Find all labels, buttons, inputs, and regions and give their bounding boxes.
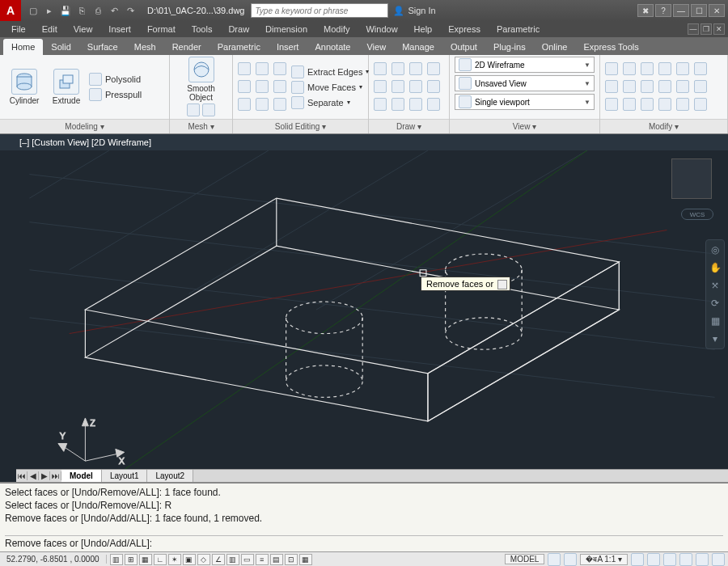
tab-annotate[interactable]: Annotate — [307, 39, 358, 55]
command-prompt[interactable]: Remove faces or [Undo/Add/ALL]: — [5, 535, 723, 549]
imprint-icon[interactable] — [273, 80, 286, 93]
quick-view-drawings-icon[interactable] — [564, 553, 577, 566]
quick-view-layouts-icon[interactable] — [548, 553, 561, 566]
circle-icon[interactable] — [409, 62, 422, 75]
panel-draw-title[interactable]: Draw ▾ — [369, 119, 449, 133]
panel-modeling-title[interactable]: Modeling ▾ — [0, 119, 169, 133]
clean-screen-icon[interactable] — [712, 553, 725, 566]
wcs-badge[interactable]: WCS — [681, 209, 713, 220]
shell-icon[interactable] — [238, 98, 251, 111]
spline-icon[interactable] — [374, 80, 387, 93]
stretch-icon[interactable] — [641, 80, 654, 93]
polysolid-button[interactable]: Polysolid — [89, 73, 142, 86]
subtract-icon[interactable] — [256, 62, 269, 75]
doc-minimize-button[interactable]: — — [688, 23, 699, 35]
qat-saveas-icon[interactable]: ⎘ — [74, 3, 89, 18]
showmotion-icon[interactable]: ▦ — [709, 315, 722, 327]
search-input[interactable] — [251, 3, 388, 18]
view-cube[interactable] — [671, 158, 712, 199]
menu-insert[interactable]: Insert — [100, 23, 139, 36]
sc-icon[interactable]: ▦ — [299, 554, 312, 565]
3darray-icon[interactable] — [676, 98, 689, 111]
model-canvas[interactable]: Z X Y — [16, 150, 728, 469]
mirror-icon[interactable] — [694, 62, 707, 75]
helix-icon[interactable] — [409, 98, 422, 111]
ellipse-icon[interactable] — [392, 80, 404, 93]
3dosnap-icon[interactable]: ◇ — [197, 554, 210, 565]
extrude-button[interactable]: Extrude — [47, 69, 86, 105]
qat-new-icon[interactable]: ▢ — [26, 3, 40, 18]
3dmirror-icon[interactable] — [658, 98, 671, 111]
menu-help[interactable]: Help — [406, 23, 441, 36]
layout-tab-layout2[interactable]: Layout2 — [147, 470, 193, 482]
coordinate-readout[interactable]: 52.2790, -6.8501 , 0.0000 — [0, 555, 107, 564]
tab-last-icon[interactable]: ⏭ — [50, 471, 61, 480]
tab-next-icon[interactable]: ▶ — [39, 471, 50, 480]
interfere-icon[interactable] — [694, 98, 707, 111]
panel-view-title[interactable]: View ▾ — [450, 119, 599, 133]
layout-tab-model[interactable]: Model — [61, 470, 102, 482]
tab-first-icon[interactable]: ⏮ — [16, 471, 28, 480]
viewport-controls[interactable]: [–] [Custom View] [2D Wireframe] — [0, 134, 728, 150]
toolbar-lock-icon[interactable] — [663, 553, 676, 566]
cylinder-button[interactable]: Cylinder — [5, 69, 44, 105]
line-icon[interactable] — [374, 62, 387, 75]
mesh-more-icon[interactable] — [187, 103, 200, 116]
qat-redo-icon[interactable]: ↷ — [123, 3, 138, 18]
hardware-accel-icon[interactable] — [679, 553, 692, 566]
osnap-icon[interactable]: ▣ — [183, 554, 196, 565]
move-icon[interactable] — [605, 62, 618, 75]
offset-edge-icon[interactable] — [273, 98, 286, 111]
drawing-area[interactable]: [–] [Custom View] [2D Wireframe] — [0, 134, 728, 482]
polyline-icon[interactable] — [392, 62, 404, 75]
menu-tools[interactable]: Tools — [184, 23, 221, 36]
annotation-visibility-icon[interactable] — [631, 553, 644, 566]
3drotate-icon[interactable] — [641, 98, 654, 111]
command-line[interactable]: Select faces or [Undo/Remove/ALL]: 1 fac… — [0, 482, 728, 551]
menu-draw[interactable]: Draw — [220, 23, 257, 36]
union-icon[interactable] — [238, 62, 251, 75]
taper-icon[interactable] — [256, 98, 269, 111]
tab-mesh[interactable]: Mesh — [126, 39, 164, 55]
tab-view[interactable]: View — [358, 39, 394, 55]
erase-icon[interactable] — [658, 62, 671, 75]
move-faces-button[interactable]: Move Faces▾ — [291, 81, 369, 94]
presspull-button[interactable]: Presspull — [89, 88, 142, 101]
mesh-less-icon[interactable] — [202, 103, 215, 116]
arc-icon[interactable] — [427, 62, 440, 75]
layout-tab-layout1[interactable]: Layout1 — [102, 470, 148, 482]
viewport-combo[interactable]: Single viewport▼ — [455, 94, 595, 110]
full-nav-wheel-icon[interactable]: ◎ — [709, 243, 722, 256]
extract-edges-button[interactable]: Extract Edges▾ — [291, 65, 369, 78]
panel-mesh-title[interactable]: Mesh ▾ — [170, 119, 232, 133]
dyn-icon[interactable]: ▭ — [241, 554, 254, 565]
region-icon[interactable] — [427, 80, 440, 93]
grid-icon[interactable]: ▦ — [139, 554, 152, 565]
infer-constraints-icon[interactable]: ▥ — [110, 554, 123, 565]
annotation-scale[interactable]: �बA 1:1 ▾ — [580, 554, 628, 565]
menu-view[interactable]: View — [66, 23, 101, 36]
tab-prev-icon[interactable]: ◀ — [28, 471, 39, 480]
menu-window[interactable]: Window — [358, 23, 405, 36]
tab-home[interactable]: Home — [3, 39, 43, 55]
tab-plugins[interactable]: Plug-ins — [485, 39, 534, 55]
point-icon[interactable] — [409, 80, 422, 93]
copy-icon[interactable] — [676, 62, 689, 75]
thicken-icon[interactable] — [256, 80, 269, 93]
hatch-icon[interactable] — [427, 98, 440, 111]
doc-close-button[interactable]: ✕ — [713, 23, 725, 35]
zoom-extents-icon[interactable]: ⤧ — [709, 279, 722, 292]
intersect-icon[interactable] — [273, 62, 286, 75]
tab-output[interactable]: Output — [442, 39, 485, 55]
lwt-icon[interactable]: ≡ — [256, 554, 269, 565]
offset-icon[interactable] — [694, 80, 707, 93]
app-icon[interactable]: A — [0, 0, 21, 21]
exchange-icon[interactable]: ✖ — [637, 4, 654, 17]
tab-solid[interactable]: Solid — [43, 39, 78, 55]
array-icon[interactable] — [676, 80, 689, 93]
navbar-more-icon[interactable]: ▾ — [709, 332, 722, 345]
close-button[interactable]: ✕ — [709, 4, 725, 17]
polar-icon[interactable]: ✶ — [168, 554, 181, 565]
tab-online[interactable]: Online — [534, 39, 576, 55]
orbit-icon[interactable]: ⟳ — [709, 297, 722, 310]
